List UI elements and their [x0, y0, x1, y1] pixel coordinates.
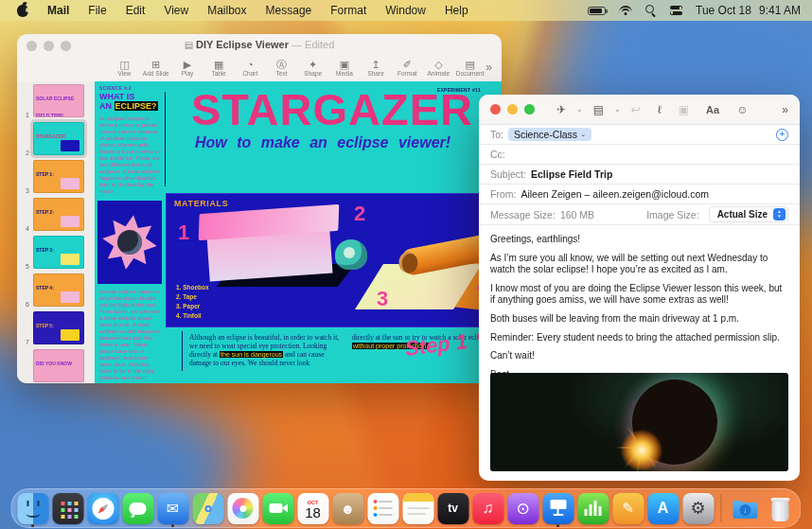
message-size-label: Message Size: [490, 209, 556, 220]
mail-toolbar[interactable]: ✈⌄▤⌄↩ℓ▣Aa☺» [479, 95, 800, 125]
toolbar-format-button[interactable]: ✐Format [392, 59, 423, 77]
dock-messages[interactable] [122, 490, 154, 526]
toolbar-add-slide-button[interactable]: ⊞Add Slide [140, 59, 171, 77]
cc-field[interactable]: Cc: [479, 145, 800, 165]
chevron-down-icon: ⌄ [580, 131, 586, 138]
dock-keynote[interactable] [542, 490, 574, 526]
slide-thumbnail-1[interactable]: 1SOLAR ECLIPSE FIELD TRIP! [17, 83, 95, 119]
keynote-toolbar: ◫View⊞Add Slide▶Play▦Table◔ChartⒶText✦Sh… [17, 53, 502, 81]
slide-thumbnail-8[interactable]: DID YOU KNOW [17, 348, 95, 383]
menu-item-help[interactable]: Help [435, 2, 478, 19]
view-icon: ◫ [119, 59, 129, 70]
attach-icon[interactable]: ℓ [649, 103, 670, 116]
recipient-token[interactable]: Science-Class ⌄ [508, 128, 591, 141]
to-field[interactable]: To: Science-Class ⌄ + [479, 125, 800, 145]
eclipse-flare [621, 430, 662, 471]
slide-number: 7 [20, 339, 29, 345]
emoji-icon[interactable]: ☺ [728, 103, 756, 116]
menu-item-mailbox[interactable]: Mailbox [198, 2, 256, 19]
dock-contacts[interactable]: ☻ [332, 490, 364, 526]
header-fields-icon[interactable]: ▤ [585, 103, 612, 116]
slide-thumbnail-2[interactable]: 2STARGAZER [17, 121, 95, 157]
dock-downloads[interactable]: ↓ [729, 490, 761, 526]
toolbar-media-button[interactable]: ▣Media [328, 59, 360, 77]
battery-icon[interactable] [588, 7, 606, 15]
send-icon[interactable]: ✈ [548, 103, 574, 116]
menu-item-file[interactable]: File [79, 2, 115, 19]
slide-science-label: SCIENCE 4.2 [99, 85, 132, 91]
slide-left-column: WHAT IS AN ECLIPSE? An eclipse happens w… [99, 92, 162, 195]
dock-finder[interactable] [17, 490, 49, 526]
toolbar-document-button[interactable]: ▤Document [454, 59, 485, 77]
image-size-control: Image Size: Actual Size ▲▼ [646, 206, 788, 222]
toolbar-text-button[interactable]: ⒶText [266, 59, 297, 77]
image-size-dropdown[interactable]: Actual Size ▲▼ [709, 206, 788, 222]
menu-item-window[interactable]: Window [376, 2, 435, 19]
slide-thumbnail-4[interactable]: 4STEP 2: [17, 197, 95, 233]
thumbnail-label: STEP 4: [36, 285, 54, 291]
window-controls [490, 104, 535, 115]
toolbar-table-button[interactable]: ▦Table [203, 59, 235, 77]
slide-thumbnail-3[interactable]: 3STEP 1: [17, 159, 95, 195]
dock-podcasts[interactable]: ⊙ [507, 490, 539, 526]
dock-safari[interactable] [87, 490, 119, 526]
dock-numbers[interactable] [577, 490, 609, 526]
header-fields-chevron-icon[interactable]: ⌄ [612, 105, 623, 114]
dock: ✉OCT18☻tv♫⊙✎A⚙↓ [11, 488, 802, 528]
toolbar-view-button[interactable]: ◫View [109, 59, 140, 77]
materials-list-item: 1. Shoebox [176, 283, 209, 292]
dock-system-settings[interactable]: ⚙ [682, 490, 715, 526]
minimize-button[interactable] [507, 104, 518, 115]
from-field[interactable]: From: Aileen Zeigen – aileen.zeigen@iclo… [479, 185, 800, 204]
toolbar-overflow-button[interactable]: » [485, 61, 492, 74]
menu-item-format[interactable]: Format [321, 2, 376, 19]
toolbar-shape-button[interactable]: ✦Shape [297, 59, 328, 77]
dock-reminders[interactable] [367, 490, 399, 526]
close-button[interactable] [490, 104, 501, 115]
dock-music[interactable]: ♫ [472, 490, 504, 526]
menu-item-edit[interactable]: Edit [116, 2, 155, 19]
wifi-icon[interactable] [619, 6, 632, 16]
slide-canvas[interactable]: SCIENCE 4.2 EXPERIMENT #11 WHAT IS AN EC… [95, 81, 502, 383]
dock-facetime[interactable] [262, 490, 294, 526]
eclipse-photo-attachment[interactable] [490, 373, 788, 471]
dock-maps[interactable] [192, 490, 224, 526]
format-icon[interactable]: Aa [697, 104, 728, 115]
menu-item-view[interactable]: View [154, 2, 198, 19]
dock-mail[interactable]: ✉ [157, 490, 189, 526]
toolbar-chart-button[interactable]: ◔Chart [235, 59, 266, 77]
toolbar-play-button[interactable]: ▶Play [171, 59, 203, 77]
zoom-button[interactable] [524, 104, 535, 115]
keynote-titlebar[interactable]: ▤ DIY Eclipse Viewer — Edited [17, 34, 502, 53]
dock-app-store[interactable]: A [647, 490, 680, 526]
dock-tv[interactable]: tv [437, 490, 469, 526]
slide-thumbnail-5[interactable]: 5STEP 3: [17, 235, 95, 271]
menu-bar-clock[interactable]: Tue Oct 18 9:41 AM [696, 4, 801, 17]
send-options-chevron-icon[interactable]: ⌄ [574, 105, 585, 114]
slide-thumbnail-6[interactable]: 6STEP 4: [17, 273, 95, 309]
image-size-value: Actual Size [717, 209, 768, 220]
running-indicator [31, 524, 34, 527]
thumbnail-label: STARGAZER [36, 133, 65, 139]
toolbar-animate-button[interactable]: ◇Animate [423, 59, 454, 77]
add-recipient-button[interactable]: + [776, 129, 788, 141]
document-title: DIY Eclipse Viewer [196, 39, 289, 50]
dock-launchpad[interactable] [52, 490, 84, 526]
subject-field[interactable]: Subject: Eclipse Field Trip [479, 165, 800, 185]
dock-calendar[interactable]: OCT18 [297, 490, 329, 526]
mail-body-paragraph: Can’t wait! [490, 350, 788, 362]
dock-photos[interactable] [227, 490, 259, 526]
dock-trash[interactable] [764, 490, 796, 526]
message-body[interactable]: Greetings, earthlings!As I’m sure you al… [479, 225, 800, 393]
toolbar-share-button[interactable]: ↥Share [361, 59, 392, 77]
search-icon[interactable] [645, 5, 657, 16]
menu-item-message[interactable]: Message [256, 2, 322, 19]
control-center-icon[interactable] [670, 6, 682, 16]
menu-item-mail[interactable]: Mail [38, 2, 79, 19]
dock-notes[interactable] [402, 490, 434, 526]
more-icon[interactable]: » [773, 103, 788, 116]
dock-pages[interactable]: ✎ [612, 490, 644, 526]
keynote-window: ▤ DIY Eclipse Viewer — Edited ◫View⊞Add … [17, 34, 502, 383]
slide-thumbnail-7[interactable]: 7STEP 5: [17, 310, 95, 346]
apple-menu-icon[interactable] [17, 5, 28, 17]
